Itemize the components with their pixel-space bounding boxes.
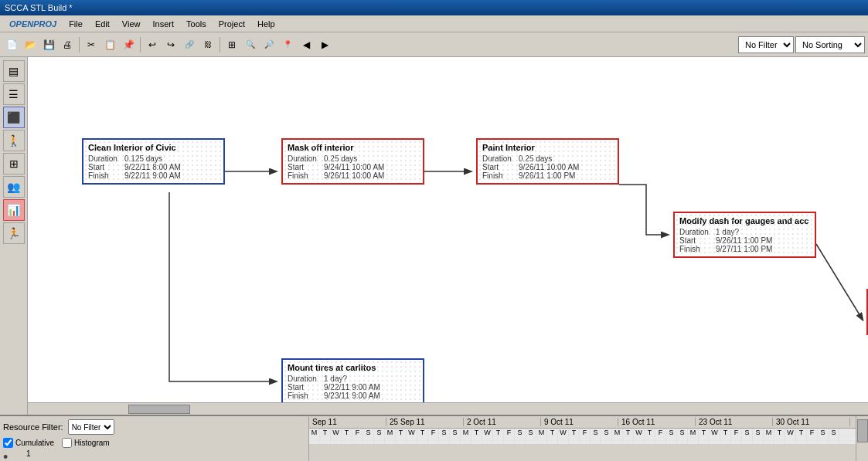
org-view-button[interactable]: ⊞ <box>3 153 25 175</box>
copy-button[interactable]: 📋 <box>101 36 118 53</box>
back-button[interactable]: ◀ <box>298 36 315 53</box>
open-button[interactable]: 📂 <box>22 36 39 53</box>
report-view-button[interactable]: 📊 <box>3 199 25 221</box>
bottom-left-panel: Resource Filter: No Filter Cumulative Hi… <box>0 416 309 461</box>
save-button[interactable]: 💾 <box>40 36 57 53</box>
menu-file[interactable]: File <box>63 18 89 30</box>
chart-days-row: M T W T F S S M T W T F S S M T W T F S … <box>309 429 868 444</box>
toolbar-sep1 <box>79 37 80 53</box>
day-M1: M <box>309 429 320 444</box>
menu-project[interactable]: Project <box>213 18 251 30</box>
task4-finish-row: Finish 9/27/11 1:00 PM <box>679 245 810 253</box>
gantt-view-button[interactable]: ▤ <box>3 60 25 82</box>
filter-select[interactable]: No Filter <box>738 36 794 53</box>
day-W6: W <box>710 429 720 444</box>
task-view-button[interactable]: ☰ <box>3 83 25 105</box>
task1-start-row: Start 9/22/11 8:00 AM <box>88 163 219 171</box>
task-node-5[interactable]: Mount tires at carlitos Duration 1 day? … <box>281 358 424 405</box>
new-button[interactable]: 📄 <box>3 36 20 53</box>
bottom-checkboxes: Cumulative Histogram <box>3 438 305 448</box>
task-node-2[interactable]: Mask off interior Duration 0.25 days Sta… <box>281 138 424 185</box>
menu-edit[interactable]: Edit <box>89 18 116 30</box>
histogram-label: Histogram <box>62 438 110 448</box>
day-T5: T <box>471 429 482 444</box>
day-M2: M <box>385 429 396 444</box>
v-scrollbar[interactable] <box>856 416 868 461</box>
title-bar: SCCA STL Build * <box>0 0 868 15</box>
undo-button[interactable]: ↩ <box>144 36 161 53</box>
task-node-4[interactable]: Modify dash for gauges and acc Duration … <box>673 212 816 258</box>
cumulative-label: Cumulative <box>3 438 54 448</box>
day-M7: M <box>764 429 774 444</box>
day-M4: M <box>536 429 547 444</box>
toolbar: 📄 📂 💾 🖨 ✂ 📋 📌 ↩ ↪ 🔗 ⛓ ⊞ 🔍 🔎 📍 ◀ ▶ No Fil… <box>0 32 868 57</box>
menu-view[interactable]: View <box>116 18 147 30</box>
day-T4: T <box>417 429 428 444</box>
canvas-area: Clean Interior of Civic Duration 0.125 d… <box>28 57 868 415</box>
task-node-1[interactable]: Clean Interior of Civic Duration 0.125 d… <box>82 138 225 185</box>
pin-button[interactable]: 📍 <box>279 36 296 53</box>
resource-filter-select[interactable]: No Filter <box>68 419 114 435</box>
day-T9: T <box>623 429 634 444</box>
cumulative-checkbox[interactable] <box>3 438 13 448</box>
histogram-checkbox[interactable] <box>62 438 72 448</box>
day-S12: S <box>753 429 764 444</box>
day-T1: T <box>320 429 331 444</box>
people-view-button[interactable]: 🚶 <box>3 130 25 151</box>
menu-help[interactable]: Help <box>251 18 281 30</box>
print-button[interactable]: 🖨 <box>59 36 76 53</box>
day-T7: T <box>547 429 558 444</box>
task1-finish-row: Finish 9/22/11 9:00 AM <box>88 171 219 180</box>
paste-button[interactable]: 📌 <box>120 36 137 53</box>
network-view-button[interactable]: ⬛ <box>3 107 25 128</box>
bottom-panel: Resource Filter: No Filter Cumulative Hi… <box>0 415 868 461</box>
task1-title: Clean Interior of Civic <box>88 143 219 152</box>
day-W1: W <box>331 429 342 444</box>
day-W2: W <box>407 429 417 444</box>
day-W4: W <box>558 429 569 444</box>
day-S7: S <box>591 429 601 444</box>
task4-duration-row: Duration 1 day? <box>679 228 810 236</box>
forward-button[interactable]: ▶ <box>316 36 333 53</box>
magnify-button[interactable]: 🔍 <box>242 36 259 53</box>
redo-button[interactable]: ↪ <box>162 36 179 53</box>
h-scroll-thumb[interactable] <box>128 405 190 414</box>
day-F6: F <box>731 429 742 444</box>
task5-finish-row: Finish 9/23/11 9:00 AM <box>288 392 418 400</box>
day-T13: T <box>774 429 785 444</box>
task3-duration-row: Duration 0.25 days <box>482 154 613 163</box>
day-W7: W <box>785 429 796 444</box>
chart-month-25sep: 25 Sep 11 <box>386 418 464 426</box>
task-node-3[interactable]: Paint Interior Duration 0.25 days Start … <box>476 138 619 185</box>
day-T10: T <box>645 429 655 444</box>
day-T3: T <box>396 429 407 444</box>
menu-insert[interactable]: Insert <box>147 18 181 30</box>
day-S2: S <box>374 429 385 444</box>
day-S11: S <box>742 429 753 444</box>
resource-view-button[interactable]: 👥 <box>3 176 25 198</box>
v-scroll-thumb[interactable] <box>857 419 868 442</box>
menu-tools[interactable]: Tools <box>180 18 213 30</box>
day-T14: T <box>796 429 807 444</box>
day-S5: S <box>515 429 526 444</box>
day-S8: S <box>601 429 612 444</box>
task2-title: Mask off interior <box>288 143 418 152</box>
chart-month-2oct: 2 Oct 11 <box>464 418 541 426</box>
bottom-filters: Resource Filter: No Filter <box>3 419 305 435</box>
menu-bar: OPENPROJ File Edit View Insert Tools Pro… <box>0 15 868 32</box>
h-scrollbar[interactable] <box>28 402 868 415</box>
link-button[interactable]: 🔗 <box>181 36 198 53</box>
day-T12: T <box>720 429 731 444</box>
day-W5: W <box>634 429 645 444</box>
day-S6: S <box>526 429 536 444</box>
zoom-button[interactable]: 🔎 <box>260 36 277 53</box>
cut-button[interactable]: ✂ <box>83 36 100 53</box>
walk-view-button[interactable]: 🏃 <box>3 222 25 244</box>
day-F2: F <box>428 429 439 444</box>
sort-select[interactable]: No Sorting <box>795 36 865 53</box>
day-S3: S <box>439 429 450 444</box>
table-button[interactable]: ⊞ <box>223 36 240 53</box>
day-S10: S <box>677 429 688 444</box>
task4-start-row: Start 9/26/11 1:00 PM <box>679 236 810 245</box>
unlink-button[interactable]: ⛓ <box>199 36 216 53</box>
